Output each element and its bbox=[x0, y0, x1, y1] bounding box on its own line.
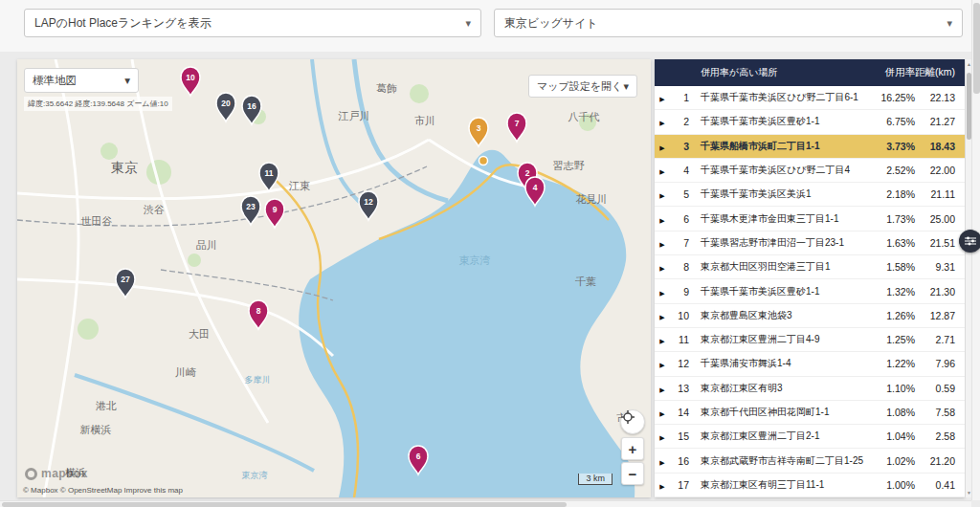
row-distance: 2.71 bbox=[915, 334, 965, 345]
pin-number: 23 bbox=[246, 202, 256, 211]
location-dropdown-value: 東京ビッグサイト bbox=[504, 15, 598, 32]
crosshair-icon bbox=[621, 410, 635, 424]
sliders-icon bbox=[965, 236, 976, 246]
expand-icon[interactable]: ▶ bbox=[655, 165, 670, 176]
map-label: 渋谷 bbox=[143, 204, 165, 215]
table-row[interactable]: ▶15東京都江東区豊洲二丁目2-11.04%2.58 bbox=[655, 425, 965, 449]
table-row[interactable]: ▶13東京都江東区有明31.10%0.59 bbox=[655, 377, 965, 401]
row-distance: 18.43 bbox=[915, 141, 965, 152]
map-label: 多摩川 bbox=[245, 375, 271, 385]
expand-icon[interactable]: ▶ bbox=[655, 358, 670, 369]
map-style-value: 標準地図 bbox=[33, 74, 77, 88]
map-label: 大田 bbox=[189, 328, 210, 340]
table-row[interactable]: ▶14東京都千代田区神田花岡町1-11.08%7.58 bbox=[655, 401, 965, 425]
mapbox-logo-text: mapbox bbox=[41, 467, 88, 480]
row-place: 東京都大田区羽田空港三丁目1 bbox=[691, 260, 867, 274]
map-style-dropdown[interactable]: 標準地図 ▾ bbox=[24, 68, 139, 93]
expand-icon[interactable]: ▶ bbox=[655, 141, 670, 152]
table-row[interactable]: ▶2千葉県千葉市美浜区豊砂1-16.75%21.27 bbox=[655, 110, 965, 134]
filter-settings-fab[interactable] bbox=[959, 230, 980, 253]
row-place: 東京都武蔵野市吉祥寺南町二丁目1-25 bbox=[691, 454, 867, 468]
table-row[interactable]: ▶6千葉県木更津市金田東三丁目1-11.73%25.00 bbox=[655, 207, 965, 231]
row-place: 千葉県浦安市舞浜1-4 bbox=[691, 357, 867, 370]
mapbox-logo-icon bbox=[25, 468, 37, 480]
pin-number: 8 bbox=[256, 306, 261, 316]
page-horizontal-scrollbar[interactable] bbox=[0, 500, 971, 507]
map-label: 市川 bbox=[414, 115, 435, 126]
row-place: 千葉県千葉市美浜区豊砂1-1 bbox=[691, 115, 867, 128]
table-row[interactable]: ▶12千葉県浦安市舞浜1-41.22%7.96 bbox=[655, 352, 965, 376]
pin-number: 7 bbox=[515, 119, 520, 128]
table-row[interactable]: ▶4千葉県千葉市美浜区ひび野二丁目42.52%22.00 bbox=[655, 159, 965, 183]
row-rank: 2 bbox=[670, 116, 691, 127]
row-place: 千葉県習志野市津田沼一丁目23-1 bbox=[691, 236, 867, 250]
row-rate: 16.25% bbox=[867, 92, 915, 103]
row-rate: 1.22% bbox=[867, 358, 915, 369]
row-place: 東京都江東区有明3 bbox=[691, 382, 867, 395]
row-rank: 7 bbox=[670, 237, 691, 249]
table-row[interactable]: ▶7千葉県習志野市津田沼一丁目23-11.63%21.51 bbox=[655, 231, 965, 255]
chevron-down-icon: ▾ bbox=[465, 17, 471, 30]
row-distance: 21.27 bbox=[915, 116, 965, 127]
row-rank: 8 bbox=[670, 261, 691, 273]
map-label: 千葉 bbox=[575, 276, 596, 287]
zoom-out-button[interactable]: − bbox=[621, 462, 644, 485]
expand-icon[interactable]: ▶ bbox=[655, 286, 670, 298]
expand-icon[interactable]: ▶ bbox=[655, 116, 670, 127]
map-label: 東京湾 bbox=[459, 254, 491, 266]
table-row[interactable]: ▶10東京都豊島区東池袋31.26%12.87 bbox=[655, 304, 965, 328]
location-dropdown[interactable]: 東京ビッグサイト ▾ bbox=[494, 9, 963, 37]
row-place: 東京都江東区豊洲二丁目4-9 bbox=[691, 333, 867, 346]
row-rank: 16 bbox=[670, 455, 691, 467]
header-rate: 併用率 bbox=[867, 66, 915, 79]
expand-icon[interactable]: ▶ bbox=[655, 455, 670, 467]
table-row[interactable]: ▶17東京都江東区有明三丁目11-11.00%0.41 bbox=[655, 474, 965, 497]
table-row[interactable]: ▶8東京都大田区羽田空港三丁目11.58%9.31 bbox=[655, 255, 965, 279]
expand-icon[interactable]: ▶ bbox=[655, 237, 670, 249]
row-rank: 14 bbox=[670, 407, 691, 418]
table-row[interactable]: ▶16東京都武蔵野市吉祥寺南町二丁目1-251.02%21.20 bbox=[655, 449, 965, 473]
row-distance: 0.41 bbox=[915, 479, 965, 491]
row-rank: 9 bbox=[670, 286, 691, 298]
mapbox-logo[interactable]: mapbox bbox=[25, 467, 88, 480]
map-label: 品川 bbox=[196, 239, 217, 251]
expand-icon[interactable]: ▶ bbox=[655, 479, 670, 491]
zoom-in-button[interactable]: + bbox=[621, 437, 644, 460]
expand-icon[interactable]: ▶ bbox=[655, 430, 670, 442]
map-canvas[interactable]: 東京葛飾市川江戸川八千代習志野花見川江東世田谷渋谷品川大田川崎千葉市原港北新横浜… bbox=[17, 59, 651, 497]
page-vscroll-thumb[interactable] bbox=[973, 3, 980, 94]
expand-icon[interactable]: ▶ bbox=[655, 383, 670, 394]
expand-icon[interactable]: ▶ bbox=[655, 213, 670, 225]
row-rate: 1.00% bbox=[867, 479, 915, 491]
expand-icon[interactable]: ▶ bbox=[655, 310, 670, 321]
table-row[interactable]: ▶11東京都江東区豊洲二丁目4-91.25%2.71 bbox=[655, 328, 965, 352]
row-rank: 10 bbox=[670, 310, 691, 321]
map-settings-dropdown[interactable]: マップ設定を開く ▾ bbox=[528, 75, 637, 98]
map[interactable]: 東京葛飾市川江戸川八千代習志野花見川江東世田谷渋谷品川大田川崎千葉市原港北新横浜… bbox=[17, 59, 651, 497]
chevron-down-icon: ▾ bbox=[124, 74, 130, 87]
row-rank: 4 bbox=[670, 165, 691, 176]
table-row[interactable]: ▶9千葉県千葉市美浜区豊砂1-11.32%21.30 bbox=[655, 279, 965, 303]
locate-button[interactable] bbox=[620, 409, 645, 434]
table-row[interactable]: ▶3千葉県船橋市浜町二丁目1-13.73%18.43 bbox=[655, 135, 965, 159]
expand-icon[interactable]: ▶ bbox=[655, 407, 670, 418]
row-rate: 2.52% bbox=[867, 165, 915, 176]
map-label: 江戸川 bbox=[338, 110, 370, 121]
table-row[interactable]: ▶1千葉県千葉市美浜区ひび野二丁目6-116.25%22.13 bbox=[655, 86, 965, 110]
table-row[interactable]: ▶5千葉県千葉市美浜区美浜12.18%21.11 bbox=[655, 183, 965, 207]
expand-icon[interactable]: ▶ bbox=[655, 261, 670, 273]
row-place: 東京都江東区有明三丁目11-1 bbox=[691, 478, 867, 492]
row-place: 千葉県千葉市美浜区豊砂1-1 bbox=[691, 285, 867, 298]
row-rate: 2.18% bbox=[867, 188, 915, 200]
expand-icon[interactable]: ▶ bbox=[655, 334, 670, 345]
ranking-panel: 併用率が高い場所 併用率 距離(km) ▶1千葉県千葉市美浜区ひび野二丁目6-1… bbox=[655, 59, 965, 497]
page-hscroll-thumb[interactable] bbox=[2, 502, 567, 507]
expand-icon[interactable]: ▶ bbox=[655, 92, 670, 103]
ranking-display-dropdown[interactable]: LAPのHot Placeランキングを表示 ▾ bbox=[24, 9, 481, 37]
row-distance: 21.30 bbox=[915, 286, 965, 298]
row-rate: 1.73% bbox=[867, 213, 915, 225]
expand-icon[interactable]: ▶ bbox=[655, 188, 670, 200]
map-attribution[interactable]: © Mapbox © OpenStreetMap Improve this ma… bbox=[23, 486, 183, 495]
map-label: 花見川 bbox=[576, 193, 608, 205]
row-distance: 0.59 bbox=[915, 383, 965, 394]
